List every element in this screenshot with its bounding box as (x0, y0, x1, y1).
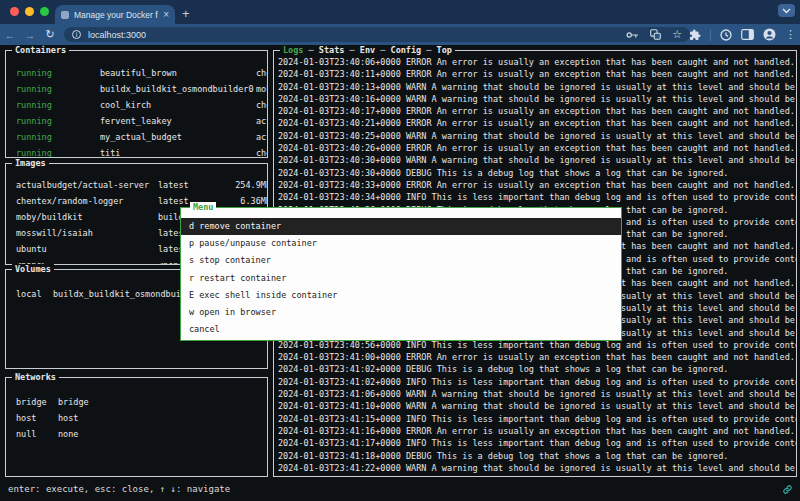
image-tag: latest (158, 177, 228, 193)
side-panel-icon[interactable] (741, 29, 754, 40)
log-line: 2024-01-03T23:41:02+0000 DEBUG This is a… (274, 363, 796, 375)
menu-item[interactable]: rrestart container (181, 270, 621, 287)
image-name: chentex/random-logger (16, 193, 158, 209)
window-close-button[interactable] (10, 7, 19, 16)
log-timestamp: 2024-01-03T23:41:10+0000 (278, 401, 401, 411)
menu-item[interactable]: wopen in browser (181, 304, 621, 321)
window-minimize-button[interactable] (25, 7, 34, 16)
menu-item-label: exec shell inside container (199, 290, 337, 300)
menu-item-key: w (189, 307, 199, 317)
log-message: An error is usually an exception that ha… (437, 106, 795, 116)
menu-item[interactable]: sstop container (181, 252, 621, 269)
log-timestamp: 2024-01-03T23:41:00+0000 (278, 352, 401, 362)
log-timestamp: 2024-01-03T23:41:06+0000 (278, 389, 401, 399)
container-row[interactable]: runningbuildx_buildkit_osmondbuilder0mob… (6, 81, 267, 97)
log-level: ERROR (406, 106, 432, 116)
forward-button[interactable]: → (20, 29, 40, 41)
tab-close-icon[interactable]: × (163, 9, 169, 20)
volume-driver: local (16, 286, 53, 302)
log-level: ERROR (406, 180, 432, 190)
log-message: An error is usually an exception that ha… (437, 180, 795, 190)
container-row[interactable]: runningmy_actual_budgetactualbudget/actu… (6, 129, 267, 145)
log-line: 2024-01-03T23:40:11+0000 ERROR An error … (274, 68, 796, 80)
log-message: This is a debug log that shows a log tha… (437, 364, 729, 374)
log-line: 2024-01-03T23:41:10+0000 WARN A warning … (274, 400, 796, 412)
network-row[interactable]: bridgebridge (6, 394, 267, 410)
network-row[interactable]: hosthost (6, 410, 267, 426)
log-line: 2024-01-03T23:40:06+0000 ERROR An error … (274, 56, 796, 68)
image-name: <none> (16, 257, 158, 264)
log-message: A warning that should be ignored is usua… (432, 463, 796, 473)
log-line: 2024-01-03T23:41:15+0000 INFO This is le… (274, 413, 796, 425)
container-row[interactable]: runningbeautiful_brownchentex/random-log… (6, 65, 267, 81)
browser-chrome: Manage your Docker fleet wi × + ← → ↻ i … (0, 0, 800, 45)
log-line: 2024-01-03T23:41:22+0000 WARN A warning … (274, 462, 796, 474)
network-driver: none (58, 426, 267, 442)
log-line: 2024-01-03T23:41:02+0000 INFO This is le… (274, 376, 796, 388)
container-row[interactable]: runningfervent_leakeyactualbudget/actual… (6, 113, 267, 129)
tab-search-button[interactable] (778, 4, 795, 17)
bookmark-star-icon[interactable]: ☆ (672, 28, 682, 41)
extension-badge-icon[interactable] (720, 29, 732, 41)
back-button[interactable]: ← (0, 29, 20, 41)
log-message: This is a debug log that shows a log tha… (437, 451, 729, 461)
log-line: 2024-01-03T23:40:26+0000 ERROR An error … (274, 142, 796, 154)
browser-menu-kebab-icon[interactable]: ⋮ (785, 28, 796, 41)
log-message: This is less important than debug log an… (432, 377, 796, 387)
log-timestamp: 2024-01-03T23:40:26+0000 (278, 143, 401, 153)
log-line: 2024-01-03T23:40:30+0000 DEBUG This is a… (274, 167, 796, 179)
menu-item[interactable]: Eexec shell inside container (181, 287, 621, 304)
networks-panel: Networks bridgebridgehosthostnullnone (5, 377, 268, 477)
extensions-puzzle-icon[interactable] (689, 29, 701, 41)
network-row[interactable]: nullnone (6, 426, 267, 442)
menu-item-label: remove container (199, 221, 281, 231)
menu-item-key: p (189, 238, 199, 248)
reload-button[interactable]: ↻ (40, 28, 60, 41)
container-row[interactable]: runningcool_kirchchentex/random-logger (6, 97, 267, 113)
container-image: chentex/random-logger (256, 145, 267, 157)
log-level: INFO (406, 377, 426, 387)
log-line: 2024-01-03T23:41:18+0000 DEBUG This is a… (274, 450, 796, 462)
log-level: WARN (406, 401, 426, 411)
image-size: 254.9MB (228, 177, 267, 193)
container-name: beautiful_brown (100, 65, 256, 81)
log-timestamp: 2024-01-03T23:40:06+0000 (278, 57, 401, 67)
image-row[interactable]: actualbudget/actual-serverlatest254.9MB (6, 177, 267, 193)
browser-tab[interactable]: Manage your Docker fleet wi × (55, 5, 175, 24)
password-key-icon[interactable] (626, 30, 639, 40)
menu-item-label: cancel (189, 324, 220, 334)
new-tab-button[interactable]: + (182, 5, 190, 23)
address-bar[interactable]: i localhost:3000 ☆ (64, 27, 690, 42)
log-level: WARN (406, 131, 426, 141)
log-line: 2024-01-03T23:40:33+0000 ERROR An error … (274, 179, 796, 191)
log-timestamp: 2024-01-03T23:40:33+0000 (278, 180, 401, 190)
log-message: An error is usually an exception that ha… (437, 352, 795, 362)
container-name: fervent_leakey (100, 113, 256, 129)
network-driver: host (58, 410, 267, 426)
url-text[interactable]: localhost:3000 (88, 30, 626, 40)
window-zoom-button[interactable] (40, 7, 49, 16)
menu-item[interactable]: ppause/unpause container (181, 235, 621, 252)
network-name: null (16, 426, 58, 442)
status-bar: enter: execute, esc: close, ↑ ↓: navigat… (0, 481, 800, 501)
log-level: WARN (406, 82, 426, 92)
network-name: bridge (16, 394, 58, 410)
site-info-icon[interactable]: i (72, 30, 81, 39)
image-name: ubuntu (16, 241, 158, 257)
log-timestamp: 2024-01-03T23:40:21+0000 (278, 118, 401, 128)
log-message: An error is usually an exception that ha… (437, 57, 795, 67)
log-message: A warning that should be ignored is usua… (432, 389, 796, 399)
log-timestamp: 2024-01-03T23:40:34+0000 (278, 192, 401, 202)
translate-icon[interactable] (650, 29, 661, 40)
container-status: running (16, 129, 100, 145)
container-row[interactable]: runningtitichentex/random-logger (6, 145, 267, 157)
menu-item[interactable]: cancel (181, 321, 621, 338)
menu-item[interactable]: dremove container (181, 218, 621, 235)
log-message: A warning that should be ignored is usua… (432, 82, 796, 92)
log-level: INFO (406, 438, 426, 448)
log-line: 2024-01-03T23:40:16+0000 WARN A warning … (274, 93, 796, 105)
menu-item-label: pause/unpause container (199, 238, 317, 248)
log-level: WARN (406, 94, 426, 104)
log-message: A warning that should be ignored is usua… (432, 401, 796, 411)
profile-avatar-icon[interactable] (763, 28, 776, 41)
